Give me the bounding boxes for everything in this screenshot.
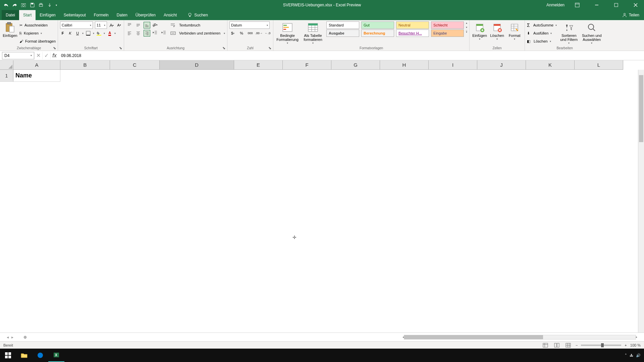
style-gut[interactable]: Gut <box>361 21 394 29</box>
tab-datei[interactable]: Datei <box>2 10 19 20</box>
save-button[interactable] <box>30 2 35 8</box>
style-eingabe[interactable]: Eingabe <box>431 29 464 37</box>
tab-daten[interactable]: Daten <box>113 10 131 20</box>
minimize-button[interactable] <box>590 0 603 10</box>
italic-button[interactable]: K <box>67 29 73 37</box>
autosum-button[interactable]: ΣAutoSumme▾ <box>527 21 557 29</box>
tell-me-search[interactable]: Suchen <box>187 13 208 17</box>
copy-button[interactable]: ⎘Kopieren▾ <box>19 29 56 37</box>
comma-format-button[interactable]: 000 <box>247 30 254 37</box>
number-format-selector[interactable]: Datum▾ <box>229 21 270 29</box>
align-middle-button[interactable] <box>135 22 142 28</box>
tab-seitenlayout[interactable]: Seitenlayout <box>60 10 90 20</box>
style-besuchter[interactable]: Besuchter H... <box>396 29 429 37</box>
decrease-decimal-button[interactable]: ←.0 <box>264 30 271 37</box>
styles-scroll-down[interactable]: ▾ <box>466 26 467 29</box>
tray-network-icon[interactable]: 🖧 <box>630 353 633 357</box>
zoom-level[interactable]: 100 % <box>630 343 641 347</box>
page-layout-view-button[interactable] <box>553 342 561 348</box>
ribbon-options-button[interactable] <box>571 0 584 10</box>
increase-decimal-button[interactable]: .00→ <box>256 30 262 37</box>
tab-ueberpruefen[interactable]: Überprüfen <box>131 10 160 20</box>
align-left-button[interactable] <box>126 30 133 37</box>
column-header[interactable]: C <box>110 60 160 70</box>
border-button[interactable] <box>86 29 91 37</box>
align-top-button[interactable] <box>126 22 133 28</box>
normal-view-button[interactable] <box>541 342 549 348</box>
fill-button[interactable]: ⬇Ausfüllen▾ <box>527 29 557 37</box>
sort-filter-button[interactable]: Sortieren und Filtern▾ <box>558 21 580 45</box>
underline-button[interactable]: U <box>75 29 80 37</box>
column-header[interactable]: G <box>331 60 380 70</box>
bold-button[interactable]: F <box>60 29 65 37</box>
vertical-scrollbar[interactable] <box>638 70 644 333</box>
horizontal-scrollbar[interactable] <box>404 335 636 340</box>
align-right-button[interactable] <box>144 30 150 37</box>
undo-button[interactable] <box>3 2 9 8</box>
touch-mode-button[interactable] <box>47 2 52 8</box>
column-header[interactable]: H <box>380 60 429 70</box>
wrap-text-button[interactable]: Textumbruch <box>170 21 225 29</box>
row-header[interactable]: 1 <box>0 70 13 82</box>
column-header[interactable]: K <box>526 60 575 70</box>
font-launcher[interactable]: ⬊ <box>119 46 123 50</box>
column-header[interactable]: A <box>13 60 60 70</box>
clear-button[interactable]: ◧Löschen▾ <box>527 38 557 45</box>
fill-color-button[interactable] <box>96 29 102 37</box>
style-berechnung[interactable]: Berechnung <box>361 29 394 37</box>
style-ausgabe[interactable]: Ausgabe <box>326 29 359 37</box>
zoom-out-button[interactable]: − <box>576 343 578 347</box>
clipboard-launcher[interactable]: ⬊ <box>53 46 57 50</box>
tab-nav-prev[interactable]: ◂ <box>7 335 9 340</box>
cancel-formula-button[interactable]: ✕ <box>34 52 42 59</box>
insert-cells-button[interactable]: Einfügen▾ <box>472 21 488 41</box>
align-center-button[interactable] <box>135 30 142 37</box>
column-header[interactable]: D <box>160 60 234 70</box>
hscroll-right[interactable]: ▸ <box>636 336 637 339</box>
tab-start[interactable]: Start <box>19 10 36 20</box>
select-all-corner[interactable] <box>0 60 13 70</box>
column-header[interactable]: J <box>477 60 526 70</box>
find-select-button[interactable]: Suchen und Auswählen▾ <box>581 21 602 45</box>
cell[interactable]: Name <box>13 70 60 82</box>
styles-more[interactable]: ▾ <box>466 30 467 34</box>
start-button[interactable] <box>0 349 16 362</box>
column-header[interactable]: E <box>234 60 283 70</box>
column-header[interactable]: I <box>429 60 477 70</box>
style-neutral[interactable]: Neutral <box>396 21 429 29</box>
format-painter-button[interactable]: 🖌Format übertragen <box>19 38 56 45</box>
align-bottom-button[interactable] <box>144 22 150 28</box>
maximize-button[interactable] <box>609 0 623 10</box>
styles-scroll-up[interactable]: ▴ <box>466 21 467 24</box>
font-name-selector[interactable]: Calibri▾ <box>60 21 93 29</box>
delete-cells-button[interactable]: Löschen▾ <box>489 21 505 41</box>
page-break-view-button[interactable] <box>564 342 572 348</box>
accounting-format-button[interactable]: $▾ <box>229 30 236 37</box>
name-box[interactable]: D4▾ <box>2 52 34 59</box>
add-sheet-button[interactable]: ⊕ <box>20 335 30 340</box>
number-launcher[interactable]: ⬊ <box>268 46 272 50</box>
grow-font-button[interactable]: A▴ <box>109 21 114 29</box>
formula-input[interactable]: 09.06.2018 <box>58 52 644 59</box>
alignment-launcher[interactable]: ⬊ <box>222 46 226 50</box>
tray-volume-icon[interactable]: 🔊 <box>636 353 641 358</box>
font-color-button[interactable]: A <box>107 29 112 37</box>
column-header[interactable]: L <box>575 60 623 70</box>
style-schlecht[interactable]: Schlecht <box>431 21 464 29</box>
close-button[interactable] <box>629 0 642 10</box>
column-header[interactable]: F <box>283 60 331 70</box>
conditional-formatting-button[interactable]: Bedingte Formatierung▾ <box>275 21 300 45</box>
format-as-table-button[interactable]: Als Tabelle formatieren▾ <box>301 21 325 45</box>
quick-print-button[interactable] <box>38 2 44 8</box>
format-cells-button[interactable]: Format▾ <box>506 21 523 41</box>
tray-chevron-icon[interactable]: ˄ <box>625 353 627 358</box>
zoom-in-button[interactable]: + <box>625 343 627 347</box>
style-standard[interactable]: Standard <box>326 21 359 29</box>
share-button[interactable]: Teilen <box>622 13 644 17</box>
orientation-button[interactable]: ab▾ <box>152 21 158 28</box>
insert-function-button[interactable]: fx <box>50 52 58 59</box>
merge-center-button[interactable]: Verbinden und zentrieren▾ <box>170 29 225 37</box>
font-size-selector[interactable]: 11▾ <box>95 21 107 29</box>
cut-button[interactable]: ✂Ausschneiden <box>19 21 56 29</box>
percent-format-button[interactable]: % <box>238 30 245 37</box>
